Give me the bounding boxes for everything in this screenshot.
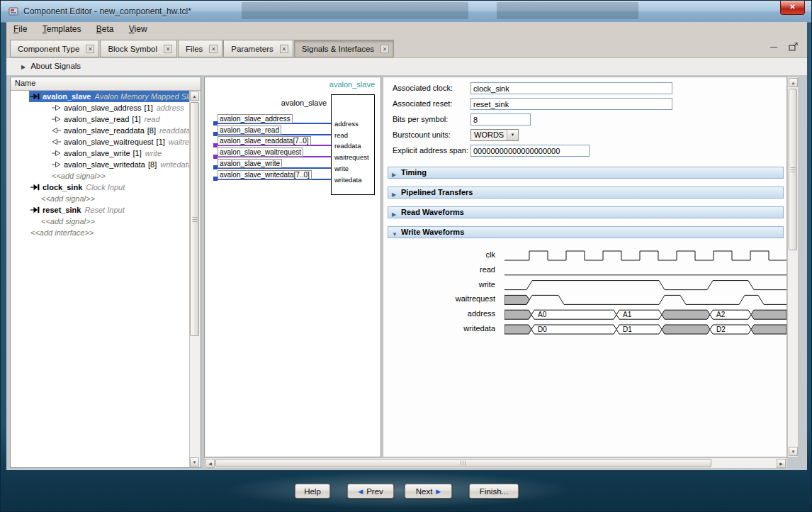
tree-item-add-interface[interactable]: <<add interface>> <box>11 227 190 238</box>
expand-arrow-icon: ▶ <box>392 209 396 220</box>
waveform-signal-name: waitrequest <box>383 294 495 303</box>
tab-close-icon[interactable]: ✕ <box>86 45 94 53</box>
section-header-read-waveforms[interactable]: ▶Read Waveforms <box>388 206 784 218</box>
module-title: avalon_slave <box>246 99 327 107</box>
tree-item-label: avalon_slave <box>43 92 91 101</box>
scroll-down-button[interactable]: ▼ <box>190 457 199 467</box>
horizontal-scrollbar[interactable]: ◀ ▶ <box>204 457 787 469</box>
scrollbar-thumb[interactable] <box>215 459 711 467</box>
bus-value-label: A1 <box>623 311 632 318</box>
menu-beta[interactable]: Beta <box>91 22 120 36</box>
interface-type-label: Avalon Memory Mapped Slave <box>95 92 191 101</box>
menu-templates[interactable]: Templates <box>37 22 87 36</box>
tree-item-avalon-slave-address[interactable]: avalon_slave_address[1]address <box>11 102 190 113</box>
button-help[interactable]: Help <box>295 484 330 499</box>
field-input-explicit-address-span[interactable] <box>470 145 590 157</box>
next-arrow-icon: ▶ <box>436 488 441 495</box>
diagram-signal-label: avalon_slave_waitrequest <box>218 148 303 157</box>
section-header-write-waveforms[interactable]: ▼Write Waveforms <box>388 226 784 238</box>
waveform-signal-name: writedata <box>383 324 495 333</box>
tree-item-label: clock_sink <box>43 183 82 191</box>
menu-bar: File Templates Beta View <box>6 22 807 38</box>
scroll-left-button[interactable]: ◀ <box>205 459 215 468</box>
tree-item-avalon-slave-write[interactable]: avalon_slave_write[1]write <box>11 148 190 159</box>
section-header-timing[interactable]: ▶Timing <box>388 167 784 179</box>
button-prev[interactable]: ◀Prev <box>347 484 394 499</box>
scrollbar-thumb[interactable] <box>789 89 797 250</box>
waveform-signal-name: clk <box>383 250 495 259</box>
signal-role-label: read <box>145 115 160 123</box>
tree-item-avalon-slave[interactable]: avalon_slaveAvalon Memory Mapped Slave <box>11 91 190 102</box>
close-button[interactable]: ✕ <box>780 1 805 15</box>
signal-in-icon <box>52 161 62 168</box>
titlebar[interactable]: Component Editor - new_component_hw.tcl*… <box>1 1 811 23</box>
about-signals-link[interactable]: About Signals <box>30 62 81 70</box>
tree-scrollbar[interactable]: ▲ ▼ <box>189 91 201 467</box>
tab-close-icon[interactable]: ✕ <box>280 45 288 53</box>
properties-scrollbar[interactable]: ▲ ▼ <box>787 77 799 457</box>
thumb-grip <box>192 216 197 222</box>
tree-item-add-signal[interactable]: <<add signal>> <box>11 216 190 227</box>
bus-value-label: D2 <box>716 325 726 333</box>
signal-width-badge: [8] <box>148 160 157 169</box>
expander-arrow-icon[interactable]: ▶ <box>21 64 26 70</box>
tab-block-symbol[interactable]: Block Symbol ✕ <box>100 40 177 57</box>
field-input-associated-clock[interactable] <box>470 82 672 94</box>
section-header-pipelined-transfers[interactable]: ▶Pipelined Transfers <box>388 187 784 199</box>
float-pane-icon[interactable] <box>787 43 799 52</box>
expand-arrow-icon: ▶ <box>392 169 396 180</box>
tree-item-avalon-slave-read[interactable]: avalon_slave_read[1]read <box>11 113 190 125</box>
waveform-signal-name: write <box>383 280 495 289</box>
tree-item-reset-sink[interactable]: reset_sinkReset Input <box>11 204 190 216</box>
diagram-port-name: writedata <box>334 176 362 184</box>
scrollbar-thumb[interactable] <box>190 102 199 336</box>
scroll-down-button[interactable]: ▼ <box>789 447 798 456</box>
tree-item-clock-sink[interactable]: clock_sinkClock Input <box>11 182 190 193</box>
tree-item-label: reset_sink <box>43 206 81 214</box>
field-input-bits-per-symbol[interactable] <box>470 113 531 126</box>
diagram-port-name: write <box>334 165 349 172</box>
minimize-pane-icon[interactable]: — <box>768 43 779 52</box>
tab-close-icon[interactable]: ✕ <box>380 45 389 53</box>
field-label-bits-per-symbol: Bits per symbol: <box>393 113 469 126</box>
signal-width-badge: [1] <box>133 149 142 157</box>
interface-name-label: avalon_slave <box>329 80 375 89</box>
tree-item-label: avalon_slave_waitrequest <box>64 138 154 146</box>
tab-files[interactable]: Files ✕ <box>178 40 222 57</box>
section-label: Write Waveforms <box>401 228 464 236</box>
scroll-up-button[interactable]: ▲ <box>190 91 199 101</box>
interface-icon <box>30 206 40 213</box>
titlebar-glass-artifact <box>242 2 468 19</box>
tree-item-avalon-slave-waitrequest[interactable]: avalon_slave_waitrequest[1]waitrequest <box>11 136 190 148</box>
scroll-up-button[interactable]: ▲ <box>789 78 798 87</box>
scroll-right-button[interactable]: ▶ <box>777 459 786 468</box>
menu-view[interactable]: View <box>123 22 153 36</box>
tree-item-label: avalon_slave_address <box>64 104 141 112</box>
interface-type-label: Clock Input <box>86 183 125 191</box>
window-title: Component Editor - new_component_hw.tcl* <box>23 6 191 16</box>
field-label-associated-clock: Associated clock: <box>393 82 469 94</box>
tree-item-avalon-slave-readdata[interactable]: avalon_slave_readdata[8]readdata <box>11 125 190 136</box>
tab-component-type[interactable]: Component Type ✕ <box>10 40 99 57</box>
tree-item-label: <<add signal>> <box>52 172 106 180</box>
tab-parameters[interactable]: Parameters ✕ <box>223 40 293 57</box>
tab-label: Component Type <box>18 45 79 53</box>
field-select-burstcount-units[interactable]: WORDS▼ <box>470 129 519 141</box>
tab-signals-interfaces[interactable]: Signals & Interfaces ✕ <box>294 40 394 57</box>
tab-close-icon[interactable]: ✕ <box>209 45 218 53</box>
tree-column-header[interactable]: Name <box>11 77 201 91</box>
field-input-associated-reset[interactable] <box>470 98 672 110</box>
tree-item-label: <<add signal>> <box>41 217 95 226</box>
tree-item-add-signal[interactable]: <<add signal>> <box>11 193 190 204</box>
tab-close-icon[interactable]: ✕ <box>164 45 172 53</box>
section-label: Read Waveforms <box>401 208 464 216</box>
dropdown-arrow-icon[interactable]: ▼ <box>507 130 518 140</box>
button-next[interactable]: Next▶ <box>405 484 452 499</box>
component-editor-window: Component Editor - new_component_hw.tcl*… <box>0 0 812 512</box>
interface-icon <box>30 93 40 100</box>
tree-item-add-signal[interactable]: <<add signal>> <box>11 170 190 182</box>
signals-tree-panel: Name avalon_slaveAvalon Memory Mapped Sl… <box>10 77 201 468</box>
button-finish[interactable]: Finish... <box>469 484 519 499</box>
tree-item-avalon-slave-writedata[interactable]: avalon_slave_writedata[8]writedata <box>11 159 190 170</box>
menu-file[interactable]: File <box>8 22 33 36</box>
